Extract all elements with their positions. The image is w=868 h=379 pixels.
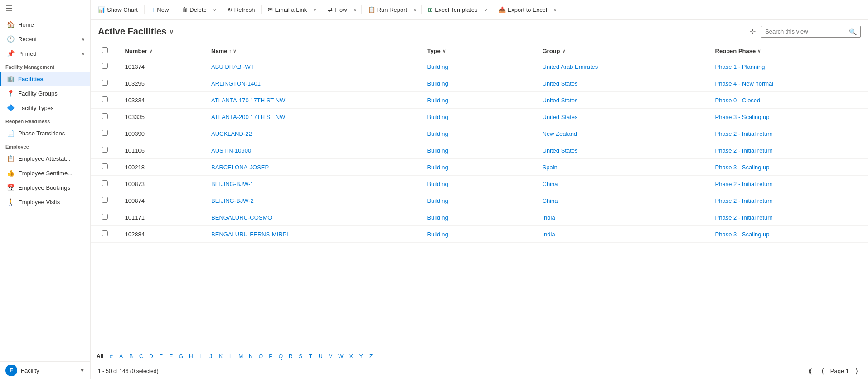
type-link[interactable]: Building: [427, 214, 448, 221]
type-cell[interactable]: Building: [422, 92, 537, 109]
row-checkbox-cell[interactable]: [91, 192, 120, 209]
type-cell[interactable]: Building: [422, 75, 537, 92]
row-checkbox[interactable]: [102, 130, 108, 136]
reopen-phase-cell[interactable]: Phase 1 - Planning: [710, 58, 868, 75]
alpha-btn-i[interactable]: I: [196, 352, 205, 361]
name-link[interactable]: ATLANTA-200 17TH ST NW: [211, 114, 285, 120]
row-checkbox-cell[interactable]: [91, 226, 120, 243]
email-link-button[interactable]: ✉ Email a Link: [264, 4, 310, 15]
sidebar-item-employee-attest[interactable]: 📋 Employee Attestat...: [0, 151, 90, 166]
alpha-btn-j[interactable]: J: [206, 352, 215, 361]
alpha-btn-u[interactable]: U: [316, 352, 325, 361]
type-cell[interactable]: Building: [422, 192, 537, 209]
group-cell[interactable]: China: [537, 176, 710, 192]
row-checkbox-cell[interactable]: [91, 92, 120, 109]
email-link-chevron[interactable]: ∨: [311, 5, 318, 14]
type-link[interactable]: Building: [427, 130, 448, 137]
row-checkbox[interactable]: [102, 113, 108, 119]
name-cell[interactable]: BEIJING-BJW-1: [206, 176, 422, 192]
name-link[interactable]: ARLINGTON-1401: [211, 80, 261, 87]
export-excel-chevron[interactable]: ∨: [552, 5, 558, 14]
row-checkbox[interactable]: [102, 63, 108, 69]
reopen-phase-link[interactable]: Phase 2 - Initial return: [715, 181, 773, 187]
name-cell[interactable]: BENGALURU-COSMO: [206, 209, 422, 226]
group-cell[interactable]: New Zealand: [537, 125, 710, 142]
reopen-phase-cell[interactable]: Phase 2 - Initial return: [710, 209, 868, 226]
reopen-phase-link[interactable]: Phase 2 - Initial return: [715, 214, 773, 221]
group-cell[interactable]: United States: [537, 109, 710, 125]
flow-button[interactable]: ⇄ Flow: [324, 4, 350, 15]
reopen-phase-link[interactable]: Phase 3 - Scaling up: [715, 114, 770, 120]
alpha-btn-n[interactable]: N: [246, 352, 255, 361]
row-checkbox[interactable]: [102, 230, 108, 236]
row-checkbox-cell[interactable]: [91, 159, 120, 176]
name-cell[interactable]: BARCELONA-JOSEP: [206, 159, 422, 176]
reopen-phase-link[interactable]: Phase 2 - Initial return: [715, 147, 773, 154]
reopen-phase-cell[interactable]: Phase 4 - New normal: [710, 75, 868, 92]
alpha-btn-k[interactable]: K: [216, 352, 225, 361]
reopen-phase-cell[interactable]: Phase 2 - Initial return: [710, 192, 868, 209]
alpha-btn-x[interactable]: X: [347, 352, 356, 361]
alpha-btn-b[interactable]: B: [126, 352, 136, 361]
reopen-phase-cell[interactable]: Phase 3 - Scaling up: [710, 109, 868, 125]
sidebar-item-recent[interactable]: 🕐 Recent ∨: [0, 32, 90, 46]
alpha-btn-a[interactable]: A: [116, 352, 126, 361]
refresh-button[interactable]: ↻ Refresh: [224, 4, 259, 15]
type-link[interactable]: Building: [427, 97, 448, 104]
more-options-button[interactable]: ⋯: [850, 3, 864, 16]
name-cell[interactable]: ATLANTA-200 17TH ST NW: [206, 109, 422, 125]
row-checkbox-cell[interactable]: [91, 209, 120, 226]
sidebar-item-pinned[interactable]: 📌 Pinned ∨: [0, 46, 90, 61]
alpha-btn-d[interactable]: D: [146, 352, 155, 361]
name-link[interactable]: BENGALURU-COSMO: [211, 214, 272, 221]
alpha-btn-t[interactable]: T: [306, 352, 315, 361]
alpha-btn-q[interactable]: Q: [276, 352, 285, 361]
alpha-btn-all[interactable]: All: [94, 352, 106, 361]
alpha-btn-e[interactable]: E: [156, 352, 165, 361]
checkbox-column-header[interactable]: [91, 43, 120, 58]
reopen-phase-link[interactable]: Phase 4 - New normal: [715, 80, 774, 87]
alpha-btn-g[interactable]: G: [176, 352, 185, 361]
row-checkbox-cell[interactable]: [91, 58, 120, 75]
row-checkbox-cell[interactable]: [91, 142, 120, 159]
row-checkbox[interactable]: [102, 180, 108, 186]
type-cell[interactable]: Building: [422, 226, 537, 243]
excel-templates-chevron[interactable]: ∨: [482, 5, 489, 14]
sidebar-item-employee-senti[interactable]: 👍 Employee Sentime...: [0, 166, 90, 180]
reopen-phase-link[interactable]: Phase 0 - Closed: [715, 97, 761, 104]
name-link[interactable]: BEIJING-BJW-2: [211, 197, 254, 204]
group-cell[interactable]: United States: [537, 92, 710, 109]
sidebar-item-facility-groups[interactable]: 📍 Facility Groups: [0, 86, 90, 101]
alpha-btn-h[interactable]: H: [186, 352, 195, 361]
name-link[interactable]: BENGALURU-FERNS-MIRPL: [211, 231, 290, 238]
reopen-phase-link[interactable]: Phase 3 - Scaling up: [715, 231, 770, 238]
hamburger-menu-button[interactable]: ☰: [0, 0, 90, 17]
run-report-chevron[interactable]: ∨: [412, 5, 418, 14]
reopen-phase-cell[interactable]: Phase 2 - Initial return: [710, 142, 868, 159]
delete-button[interactable]: 🗑 Delete: [178, 4, 210, 15]
type-link[interactable]: Building: [427, 147, 448, 154]
number-column-header[interactable]: Number ∨: [120, 43, 206, 58]
reopen-phase-link[interactable]: Phase 2 - Initial return: [715, 130, 773, 137]
row-checkbox[interactable]: [102, 214, 108, 220]
view-title-chevron[interactable]: ∨: [169, 28, 174, 35]
type-cell[interactable]: Building: [422, 58, 537, 75]
name-link[interactable]: BEIJING-BJW-1: [211, 181, 254, 187]
reopen-phase-cell[interactable]: Phase 3 - Scaling up: [710, 226, 868, 243]
alpha-btn-f[interactable]: F: [166, 352, 175, 361]
show-chart-button[interactable]: 📊 Show Chart: [94, 4, 141, 15]
row-checkbox[interactable]: [102, 96, 108, 102]
name-cell[interactable]: ARLINGTON-1401: [206, 75, 422, 92]
run-report-button[interactable]: 📋 Run Report: [364, 4, 411, 15]
row-checkbox-cell[interactable]: [91, 109, 120, 125]
delete-chevron[interactable]: ∨: [211, 5, 218, 14]
search-input[interactable]: [765, 28, 846, 35]
new-button[interactable]: + New: [147, 4, 172, 16]
name-cell[interactable]: BEIJING-BJW-2: [206, 192, 422, 209]
row-checkbox-cell[interactable]: [91, 125, 120, 142]
alpha-btn-#[interactable]: #: [107, 352, 116, 361]
reopen-phase-cell[interactable]: Phase 3 - Scaling up: [710, 159, 868, 176]
alpha-btn-s[interactable]: S: [296, 352, 305, 361]
group-link[interactable]: New Zealand: [543, 130, 577, 137]
alpha-btn-o[interactable]: O: [256, 352, 265, 361]
